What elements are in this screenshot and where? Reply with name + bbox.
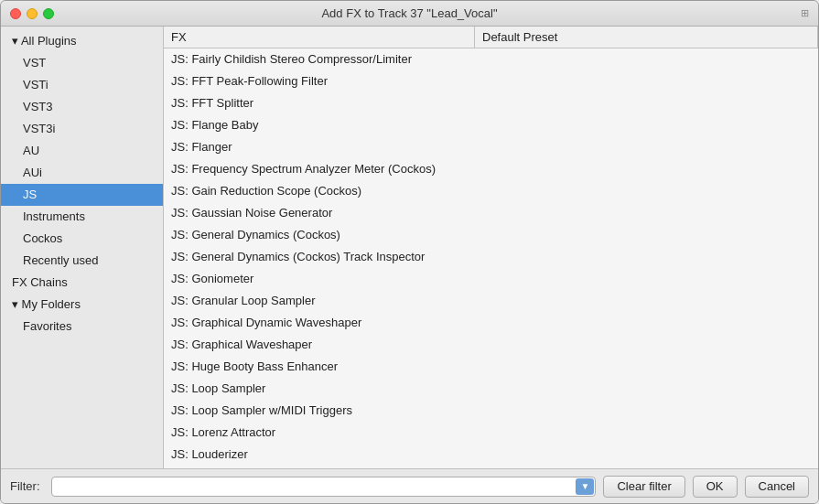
fx-list-item[interactable]: JS: Gain Reduction Scope (Cockos) (164, 180, 818, 202)
fx-list-item[interactable]: JS: Loop Sampler (164, 378, 818, 400)
fx-list-item[interactable]: JS: General Dynamics (Cockos) (164, 224, 818, 246)
sidebar: ▾ All PluginsVSTVSTiVST3VST3iAUAUiJSInst… (1, 27, 164, 468)
window-title: Add FX to Track 37 "Lead_Vocal" (321, 6, 497, 20)
filter-label: Filter: (10, 479, 40, 493)
fx-list-item[interactable]: JS: FFT Peak-Following Filter (164, 70, 818, 92)
content-area: ▾ All PluginsVSTVSTiVST3VST3iAUAUiJSInst… (1, 27, 818, 468)
fx-list-item[interactable]: JS: Huge Booty Bass Enhancer (164, 356, 818, 378)
main-panel: FX Default Preset JS: Fairly Childish St… (164, 27, 818, 468)
fx-list-item[interactable]: JS: Graphical Dynamic Waveshaper (164, 312, 818, 334)
cancel-button[interactable]: Cancel (745, 476, 809, 498)
fx-list-item[interactable]: JS: FFT Splitter (164, 92, 818, 114)
traffic-lights (10, 8, 54, 19)
fx-list-item[interactable]: JS: Gaussian Noise Generator (164, 202, 818, 224)
sidebar-item-au[interactable]: AU (1, 140, 163, 162)
bottom-bar: Filter: ▼ Clear filter OK Cancel (1, 468, 818, 503)
minimize-button[interactable] (27, 8, 38, 19)
ok-button[interactable]: OK (693, 476, 738, 498)
fx-list-item[interactable]: JS: Granular Loop Sampler (164, 290, 818, 312)
fx-list-item[interactable]: JS: Goniometer (164, 268, 818, 290)
sidebar-item-vst[interactable]: VST (1, 52, 163, 74)
fx-column-header: FX (164, 27, 475, 48)
clear-filter-button[interactable]: Clear filter (603, 476, 684, 498)
sidebar-item-vst3[interactable]: VST3 (1, 96, 163, 118)
fx-list-item[interactable]: JS: Loop Sampler w/MIDI Triggers (164, 400, 818, 422)
fx-list-item[interactable]: JS: Flanger (164, 136, 818, 158)
preset-column-header: Default Preset (475, 27, 818, 48)
sidebar-item-favorites[interactable]: Favorites (1, 316, 163, 338)
sidebar-item-cockos[interactable]: Cockos (1, 228, 163, 250)
fx-list-item[interactable]: JS: Fairly Childish Stereo Compressor/Li… (164, 48, 818, 70)
main-window: Add FX to Track 37 "Lead_Vocal" ⊞ ▾ All … (0, 0, 819, 504)
fx-list-item[interactable]: JS: Graphical Waveshaper (164, 334, 818, 356)
maximize-button[interactable] (43, 8, 54, 19)
fx-list-item[interactable]: JS: Lorenz Attractor (164, 422, 818, 444)
fx-list-item[interactable]: JS: General Dynamics (Cockos) Track Insp… (164, 246, 818, 268)
sidebar-item-js[interactable]: JS (1, 184, 163, 206)
sidebar-item-all-plugins[interactable]: ▾ All Plugins (1, 30, 163, 52)
dropdown-icon: ▼ (581, 481, 590, 491)
fx-list-item[interactable]: JS: Frequency Spectrum Analyzer Meter (C… (164, 158, 818, 180)
sidebar-item-my-folders[interactable]: ▾ My Folders (1, 294, 163, 316)
filter-input[interactable] (51, 477, 597, 497)
fx-list-header: FX Default Preset (164, 27, 818, 48)
filter-input-wrapper: ▼ (51, 477, 597, 497)
sidebar-item-fx-chains[interactable]: FX Chains (1, 272, 163, 294)
filter-dropdown-button[interactable]: ▼ (576, 478, 594, 495)
sidebar-item-vsti[interactable]: VSTi (1, 74, 163, 96)
sidebar-item-vst3i[interactable]: VST3i (1, 118, 163, 140)
fx-list-item[interactable]: JS: Flange Baby (164, 114, 818, 136)
titlebar: Add FX to Track 37 "Lead_Vocal" ⊞ (1, 1, 818, 27)
sidebar-item-recently-used[interactable]: Recently used (1, 250, 163, 272)
close-button[interactable] (10, 8, 21, 19)
fx-list[interactable]: JS: Fairly Childish Stereo Compressor/Li… (164, 48, 818, 468)
resize-icon: ⊞ (801, 7, 809, 19)
fx-list-item[interactable]: JS: Louderizer (164, 444, 818, 466)
sidebar-item-instruments[interactable]: Instruments (1, 206, 163, 228)
sidebar-item-aui[interactable]: AUi (1, 162, 163, 184)
